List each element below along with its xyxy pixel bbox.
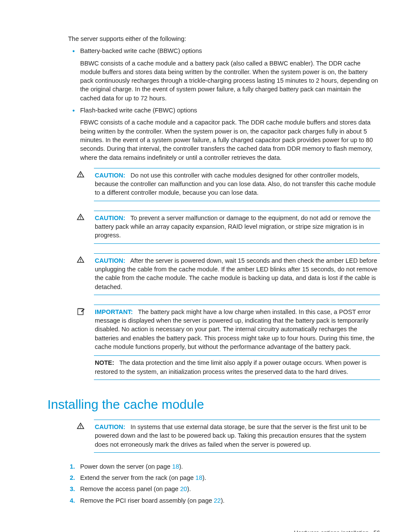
callout-text: Do not use this controller with cache mo… [95, 172, 376, 196]
intro-text: The server supports either of the follow… [68, 34, 380, 43]
note-callout: NOTE: The data protection and the time l… [77, 355, 380, 380]
step-item: Remove the access panel (on page 20). [80, 485, 380, 493]
caution-icon [77, 168, 87, 180]
svg-point-5 [80, 261, 81, 261]
callout-label: IMPORTANT: [95, 308, 133, 315]
callout-content: CAUTION: Do not use this controller with… [94, 168, 380, 201]
step-text: Remove the access panel (on page [80, 485, 180, 492]
caution-callout: CAUTION: In systems that use external da… [77, 420, 380, 453]
caution-icon [77, 211, 87, 223]
callout-label: CAUTION: [95, 215, 125, 221]
list-item: Flash-backed write cache (FBWC) options … [80, 106, 380, 162]
callout-text [116, 359, 119, 366]
step-text: ). [179, 463, 183, 470]
page-footer: Hardware options installation 56 [47, 529, 380, 532]
callout-content: CAUTION: In systems that use external da… [94, 420, 380, 453]
step-text: Extend the server from the rack (on page [80, 474, 196, 481]
option-title: Flash-backed write cache (FBWC) options [80, 106, 380, 115]
note-icon-placeholder [77, 355, 87, 358]
callout-text [127, 172, 131, 179]
caution-callout: CAUTION: After the server is powered dow… [77, 253, 380, 295]
svg-point-12 [80, 427, 81, 428]
important-callout: IMPORTANT: The battery pack might have a… [77, 305, 380, 355]
caution-icon [77, 253, 87, 266]
step-text: ). [221, 497, 224, 504]
step-text: Power down the server (on page [80, 463, 172, 470]
callout-content: NOTE: The data protection and the time l… [94, 355, 380, 380]
callout-text: To prevent a server malfunction or damag… [95, 215, 371, 239]
step-item: Remove the PCI riser board assembly (on … [80, 496, 380, 505]
option-title: Battery-backed write cache (BBWC) option… [80, 47, 380, 55]
step-text: Remove the PCI riser board assembly (on … [80, 497, 214, 504]
step-text: ). [187, 485, 191, 492]
svg-point-1 [80, 176, 81, 177]
caution-callout: CAUTION: Do not use this controller with… [77, 168, 380, 201]
callout-text: In systems that use external data storag… [95, 423, 367, 448]
option-body: FBWC consists of a cache module and a ca… [80, 118, 380, 162]
callout-text [127, 215, 131, 221]
svg-point-3 [80, 218, 81, 219]
callout-text [134, 308, 138, 315]
callout-content: CAUTION: To prevent a server malfunction… [94, 211, 380, 244]
page-ref-link[interactable]: 20 [180, 485, 187, 492]
important-icon [77, 305, 87, 318]
page-ref-link[interactable]: 22 [214, 497, 221, 504]
step-text: ). [202, 474, 206, 481]
callout-text: After the server is powered down, wait 1… [95, 257, 377, 290]
callout-text: The data protection and the time limit a… [95, 359, 367, 375]
svg-rect-6 [78, 308, 84, 314]
callout-label: CAUTION: [95, 423, 125, 430]
caution-icon [77, 420, 87, 432]
footer-page-number: 56 [374, 529, 380, 532]
caution-callout: CAUTION: To prevent a server malfunction… [77, 211, 380, 244]
list-item: Battery-backed write cache (BBWC) option… [80, 47, 380, 103]
option-body: BBWC consists of a cache module and a ba… [80, 59, 380, 103]
callout-content: IMPORTANT: The battery pack might have a… [94, 305, 380, 355]
footer-title: Hardware options installation [294, 529, 368, 532]
steps-list: Power down the server (on page 18). Exte… [68, 462, 380, 505]
callout-content: CAUTION: After the server is powered dow… [94, 253, 380, 295]
option-list: Battery-backed write cache (BBWC) option… [68, 47, 380, 162]
section-heading: Installing the cache module [47, 395, 380, 414]
page-ref-link[interactable]: 18 [172, 463, 179, 470]
callout-label: NOTE: [95, 359, 114, 366]
step-item: Extend the server from the rack (on page… [80, 473, 380, 482]
callout-text [127, 423, 131, 430]
callout-label: CAUTION: [95, 172, 125, 179]
page-ref-link[interactable]: 18 [196, 474, 202, 481]
callout-label: CAUTION: [95, 257, 125, 264]
step-item: Power down the server (on page 18). [80, 462, 380, 471]
